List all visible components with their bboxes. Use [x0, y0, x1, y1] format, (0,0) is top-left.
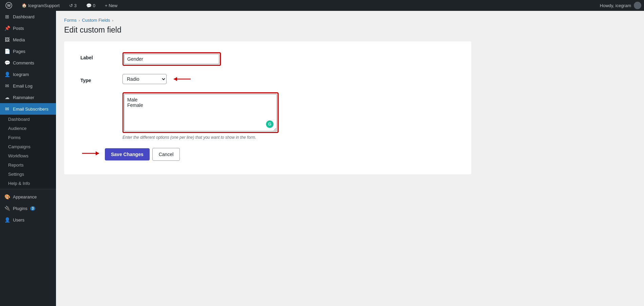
appearance-label: Appearance — [13, 194, 37, 199]
red-left-arrow-icon — [172, 76, 192, 82]
type-select[interactable]: Radio Text Checkbox Dropdown — [122, 74, 167, 84]
breadcrumb-forms[interactable]: Forms — [64, 18, 77, 23]
comments-item[interactable]: 💬 0 — [83, 0, 98, 11]
wp-logo-icon: W — [5, 2, 12, 9]
save-arrow-indicator — [80, 150, 101, 159]
updates-count: 3 — [74, 3, 77, 8]
svg-marker-3 — [174, 77, 177, 81]
label-row: Label — [80, 52, 455, 66]
es-dashboard-label: Dashboard — [8, 117, 30, 122]
howdy-text: Howdy, icegram — [600, 3, 631, 8]
options-field-wrapper: Male Female G Enter the different option… — [122, 92, 326, 140]
es-help-label: Help & Info — [8, 181, 30, 186]
es-workflows-label: Workflows — [8, 153, 29, 158]
media-icon: 🖼 — [4, 37, 10, 43]
comments-nav-icon: 💬 — [4, 60, 10, 66]
site-name-item[interactable]: 🏠 IcegramSupport — [19, 0, 62, 11]
breadcrumb: Forms › Custom Fields › — [64, 18, 636, 23]
es-campaigns-label: Campaigns — [8, 144, 31, 149]
options-field-label — [80, 92, 114, 95]
sidebar-item-es-workflows[interactable]: Workflows — [0, 151, 56, 160]
rainmaker-icon: ☁ — [4, 94, 10, 100]
sidebar-item-label: Dashboard — [13, 14, 35, 19]
options-row: Male Female G Enter the different option… — [80, 92, 455, 140]
breadcrumb-custom-fields[interactable]: Custom Fields — [82, 18, 110, 23]
type-field-wrapper: Radio Text Checkbox Dropdown — [122, 74, 326, 84]
label-input-highlight — [122, 52, 221, 66]
email-subscribers-submenu: Dashboard Audience Forms Campaigns Workf… — [0, 115, 56, 188]
sidebar-item-label: Email Log — [13, 83, 33, 89]
grammarly-icon: G — [266, 120, 273, 128]
users-icon: 👤 — [4, 217, 10, 223]
textarea-container: Male Female G — [124, 94, 277, 131]
sidebar-item-es-dashboard[interactable]: Dashboard — [0, 115, 56, 124]
svg-marker-5 — [96, 151, 99, 155]
svg-text:W: W — [7, 3, 11, 7]
site-icon: 🏠 — [22, 3, 27, 8]
email-subscribers-icon: ✉ — [4, 106, 10, 112]
admin-bar: W 🏠 IcegramSupport ↺ 3 💬 0 + New Howdy, … — [0, 0, 644, 11]
admin-bar-right: Howdy, icegram — [600, 2, 641, 9]
new-item[interactable]: + New — [102, 0, 120, 11]
sidebar-item-comments[interactable]: 💬 Comments — [0, 57, 56, 69]
sidebar-item-icegram[interactable]: 👤 Icegram — [0, 69, 56, 80]
sidebar-item-es-forms[interactable]: Forms — [0, 133, 56, 142]
sidebar-item-label: Media — [13, 37, 25, 42]
sidebar-item-posts[interactable]: 📌 Posts — [0, 22, 56, 34]
email-subscribers-label: Email Subscribers — [13, 107, 49, 112]
sidebar-item-label: Comments — [13, 60, 34, 65]
sidebar-item-pages[interactable]: 📄 Pages — [0, 45, 56, 57]
es-forms-label: Forms — [8, 135, 21, 140]
updates-icon: ↺ — [69, 3, 73, 8]
site-name: IcegramSupport — [28, 3, 60, 8]
form-card: Label Type Radio Text Checkbox — [64, 41, 471, 174]
label-input[interactable] — [124, 54, 219, 64]
sidebar-item-label: Rainmaker — [13, 95, 34, 100]
new-label: + New — [105, 3, 117, 8]
sidebar-item-email-subscribers[interactable]: ✉ Email Subscribers — [0, 103, 56, 115]
sidebar-item-es-audience[interactable]: Audience — [0, 124, 56, 133]
updates-item[interactable]: ↺ 3 — [67, 0, 79, 11]
save-button[interactable]: Save Changes — [105, 148, 150, 160]
sidebar-item-rainmaker[interactable]: ☁ Rainmaker — [0, 92, 56, 103]
avatar — [634, 2, 641, 9]
plugins-badge: 3 — [30, 206, 36, 211]
sidebar-item-appearance[interactable]: 🎨 Appearance — [0, 191, 56, 203]
options-textarea[interactable]: Male Female — [124, 94, 277, 131]
page-title: Edit custom field — [64, 25, 636, 35]
sidebar-item-label: Icegram — [13, 72, 29, 77]
es-audience-label: Audience — [8, 126, 26, 131]
appearance-icon: 🎨 — [4, 194, 10, 200]
sidebar-item-media[interactable]: 🖼 Media — [0, 34, 56, 45]
sidebar-item-dashboard[interactable]: ⊞ Dashboard — [0, 11, 56, 22]
sidebar-item-plugins[interactable]: 🔌 Plugins 3 — [0, 203, 56, 214]
sidebar-item-email-log[interactable]: ✉ Email Log — [0, 80, 56, 92]
cancel-button[interactable]: Cancel — [152, 148, 180, 161]
plugins-icon: 🔌 — [4, 205, 10, 211]
icegram-icon: 👤 — [4, 71, 10, 77]
breadcrumb-sep-1: › — [79, 18, 80, 22]
wp-logo-item[interactable]: W — [3, 0, 15, 11]
label-field-label: Label — [80, 52, 114, 60]
options-textarea-highlight: Male Female G — [122, 92, 279, 133]
sidebar-item-users[interactable]: 👤 Users — [0, 214, 56, 226]
sidebar-item-label: Pages — [13, 49, 25, 54]
users-label: Users — [13, 217, 24, 223]
options-hint: Enter the different options (one per lin… — [122, 135, 326, 140]
type-row: Type Radio Text Checkbox Dropdown — [80, 74, 455, 84]
sidebar-item-es-help[interactable]: Help & Info — [0, 179, 56, 188]
plugins-label: Plugins — [13, 206, 27, 211]
sidebar-item-es-campaigns[interactable]: Campaigns — [0, 142, 56, 151]
es-reports-label: Reports — [8, 162, 24, 168]
dashboard-icon: ⊞ — [4, 14, 10, 20]
sidebar-item-es-settings[interactable]: Settings — [0, 170, 56, 179]
buttons-row: Save Changes Cancel — [80, 148, 455, 161]
posts-icon: 📌 — [4, 25, 10, 31]
comments-count: 0 — [93, 3, 95, 8]
email-log-icon: ✉ — [4, 83, 10, 89]
sidebar-item-label: Posts — [13, 26, 24, 31]
sidebar-item-es-reports[interactable]: Reports — [0, 160, 56, 170]
pages-icon: 📄 — [4, 48, 10, 54]
label-field-wrapper — [122, 52, 326, 66]
red-right-arrow-icon — [80, 150, 101, 157]
